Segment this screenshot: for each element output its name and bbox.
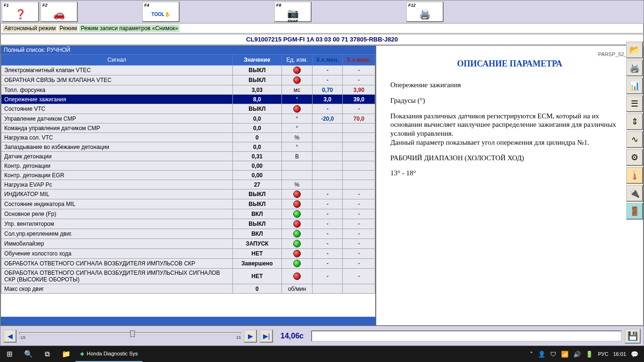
cell-unit [282, 269, 313, 284]
cell-signal: Макс скор двиг [1, 284, 233, 294]
doc-desc: Показания различных датчиков регистрирую… [390, 112, 629, 147]
table-row[interactable]: Контр. детонации0,00 [1, 161, 375, 171]
table-row[interactable]: Электромагнитный клапан VTECВЫКЛ-- [1, 66, 375, 75]
mode-mode[interactable]: Режим [58, 25, 78, 32]
table-row[interactable]: Запаздывание во избежание детонации0,0° [1, 142, 375, 152]
settings-button[interactable]: ⚙ [626, 149, 643, 166]
table-row[interactable]: ОБРАТНАЯ СВЯЗЬ Э/М КЛАПАНА VTECВЫКЛ-- [1, 75, 375, 85]
explorer-button[interactable]: 📁 [57, 346, 75, 362]
table-row[interactable]: ОБРАБОТКА ОТВЕТНОГО СИГНАЛА ВОЗБУДИТЕЛЯ … [1, 259, 375, 269]
tray-wifi-icon[interactable]: 📶 [561, 351, 569, 358]
f8-button[interactable]: F8 📷SNAP [274, 1, 312, 22]
f12-label: F12 [408, 3, 441, 8]
table-row[interactable]: Датчик детонации0,31В [1, 152, 375, 161]
print-button[interactable]: 🖨️ [626, 59, 643, 76]
tray-people-icon[interactable]: 👤 [538, 351, 545, 358]
taskbar-app[interactable]: ◆ Honda Diagnostic Sys [75, 346, 142, 362]
doc-param-name: Опережение зажигания [390, 81, 629, 90]
cell-signal: Обучение холостого хода [1, 249, 233, 259]
f12-button[interactable]: F12 🖨️ [406, 1, 444, 22]
tray-notifications-icon[interactable]: 💬 [631, 351, 638, 358]
table-row[interactable]: Обучение холостого ходаНЕТ-- [1, 249, 375, 259]
exit-button[interactable]: 🚪 [626, 203, 643, 220]
mode-bar: Автономный режим Режим Режим записи пара… [0, 23, 644, 33]
parameter-table[interactable]: Сигнал Значение Ед. изм. Х.х.мин. Х.х.ма… [1, 54, 375, 317]
cell-max [343, 180, 375, 189]
cell-signal: Команда управления датчиком CMP [1, 123, 233, 133]
col-max[interactable]: Х.х.макс. [343, 55, 375, 66]
task-view-button[interactable]: ⧉ [38, 346, 57, 362]
skip-end-button[interactable]: ▶| [260, 329, 273, 343]
connection-button[interactable]: 🔌 [626, 185, 643, 202]
cell-min [312, 142, 343, 152]
cell-signal: Основное реле (Fp) [1, 209, 233, 219]
playback-slider[interactable] [19, 332, 241, 334]
mode-snapshot[interactable]: Режим записи параметров «Снимок» [79, 25, 180, 32]
cell-max [343, 171, 375, 180]
save-button[interactable]: 💾 [625, 329, 641, 344]
status-led-icon [293, 190, 301, 198]
table-row[interactable]: Состояние индикатора MILВЫКЛ-- [1, 199, 375, 209]
table-row[interactable]: ИНДИКАТОР MILВЫКЛ-- [1, 189, 375, 199]
cell-value: Завершено [232, 259, 281, 269]
tray-clock[interactable]: 16:01 [613, 351, 626, 357]
tray-volume-icon[interactable]: 🔊 [573, 351, 581, 358]
col-signal[interactable]: Сигнал [1, 55, 233, 66]
list-button[interactable]: ☰ [626, 95, 643, 112]
help-icon: ❓ [4, 8, 37, 21]
table-row[interactable]: Управление датчиком CMP0,0°-20,070,0 [1, 114, 375, 123]
table-row[interactable]: Состояние VTCВЫКЛ-- [1, 104, 375, 114]
table-row[interactable]: Макс скор двиг0об/мин [1, 284, 375, 294]
play-button[interactable]: ▶ [244, 329, 257, 343]
tray-battery-icon[interactable]: 🔋 [586, 351, 593, 358]
col-value[interactable]: Значение [232, 55, 281, 66]
table-row[interactable]: Сол.упр.креплением двиг.ВКЛ-- [1, 229, 375, 239]
side-toolbar: 📂 🖨️ 📊 ☰ ⇕ ∿ ⚙ 🌡️ 🔌 🚪 [626, 41, 643, 220]
table-row[interactable]: Опережение зажигания8,0°3,039,0 [1, 95, 375, 104]
table-row[interactable]: ИммобилайзерЗАПУСК-- [1, 239, 375, 249]
tray-lang[interactable]: РУС [598, 351, 608, 357]
rewind-button[interactable]: ◀ [3, 329, 17, 343]
search-button[interactable]: 🔍 [19, 346, 38, 362]
table-scroll-strip[interactable] [1, 317, 375, 325]
tray-chevron-icon[interactable]: ˄ [530, 351, 533, 358]
f1-button[interactable]: F1 ❓ [1, 1, 39, 22]
slider-thumb[interactable] [130, 330, 135, 337]
cell-unit: ° [282, 142, 313, 152]
table-row[interactable]: Упр. вентиляторомВЫКЛ-- [1, 219, 375, 229]
mode-autonomous[interactable]: Автономный режим [3, 25, 57, 32]
expand-button[interactable]: ⇕ [626, 113, 643, 130]
status-led-icon [293, 66, 301, 74]
playback-bar: ◀ -1515 ▶ ▶| 14,06с 💾 [0, 326, 644, 346]
car-icon: 🚗 [42, 8, 75, 21]
waveform-button[interactable]: ∿ [626, 131, 643, 148]
ecu-header: CL91007215 PGM-FI 1A 03 03 00 71 37805-R… [0, 34, 644, 45]
cell-min [312, 152, 343, 161]
f4-button[interactable]: F4 TOOL✋ [142, 1, 180, 22]
cell-min: - [312, 189, 343, 199]
table-row[interactable]: Основное реле (Fp)ВКЛ-- [1, 209, 375, 219]
cell-signal: ОБРАБОТКА ОТВЕТНОГО СИГНАЛА ВОЗБУДИТЕЛЯ … [1, 269, 233, 284]
thermometer-button[interactable]: 🌡️ [626, 167, 643, 184]
cell-min: - [312, 229, 343, 239]
open-folder-button[interactable]: 📂 [626, 41, 643, 58]
table-row[interactable]: Контр. детонации EGR0,00 [1, 171, 375, 180]
cell-max: - [343, 199, 375, 209]
tray-security-icon[interactable]: 🛡 [550, 351, 556, 358]
start-button[interactable]: ⊞ [0, 346, 19, 362]
col-unit[interactable]: Ед. изм. [282, 55, 313, 66]
f8-label: F8 [276, 3, 309, 8]
col-min[interactable]: Х.х.мин. [312, 55, 343, 66]
table-row[interactable]: Нагрузка сол. VTC0% [1, 133, 375, 142]
graph-button[interactable]: 📊 [626, 77, 643, 94]
f2-button[interactable]: F2 🚗 [40, 1, 78, 22]
table-row[interactable]: Нагрузка EVAP Pc27% [1, 180, 375, 189]
cell-signal: Контр. детонации EGR [1, 171, 233, 180]
cell-min: - [312, 259, 343, 269]
table-row[interactable]: Команда управления датчиком CMP0,0° [1, 123, 375, 133]
table-row[interactable]: ОБРАБОТКА ОТВЕТНОГО СИГНАЛА ВОЗБУДИТЕЛЯ … [1, 269, 375, 284]
table-row[interactable]: Топл. форсунка3,03мс0,703,90 [1, 85, 375, 95]
playback-input[interactable] [311, 330, 622, 342]
cell-max: - [343, 189, 375, 199]
cell-value: 0,00 [232, 171, 281, 180]
